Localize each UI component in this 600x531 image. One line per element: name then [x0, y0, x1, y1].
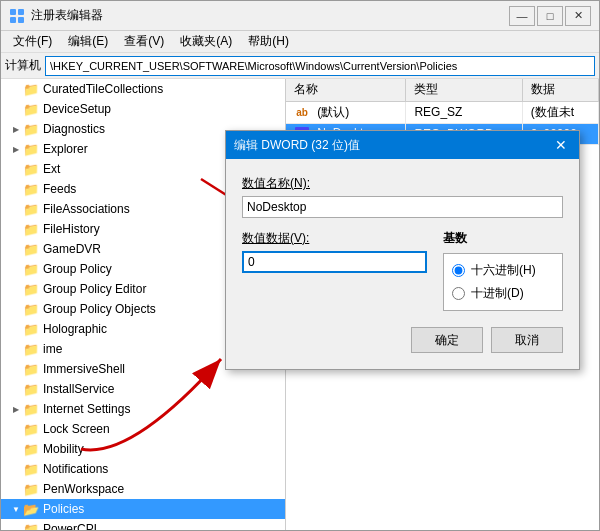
minimize-button[interactable]: — [509, 6, 535, 26]
radio-group: 十六进制(H) 十进制(D) [443, 253, 563, 311]
reg-name-cell: ab (默认) [286, 101, 406, 123]
col-type: 类型 [406, 79, 522, 101]
dialog-body: 数值名称(N): NoDesktop 数值数据(V): 基数 [226, 159, 579, 369]
reg-type-cell: REG_SZ [406, 101, 522, 123]
folder-icon: 📁 [23, 241, 39, 257]
folder-icon: 📁 [23, 281, 39, 297]
menubar: 文件(F) 编辑(E) 查看(V) 收藏夹(A) 帮助(H) [1, 31, 599, 53]
folder-icon: 📁 [23, 121, 39, 137]
dialog-row: 数值数据(V): 基数 十六进制(H) 十进制(D) [242, 230, 563, 311]
radio-hex[interactable]: 十六进制(H) [452, 262, 554, 279]
table-row[interactable]: ab (默认) REG_SZ (数值未t [286, 101, 599, 123]
cancel-button[interactable]: 取消 [491, 327, 563, 353]
folder-icon: 📁 [23, 181, 39, 197]
tree-item-installservice[interactable]: ▶ 📁 InstallService [1, 379, 285, 399]
menu-view[interactable]: 查看(V) [116, 31, 172, 52]
field-data-label: 数值数据(V): [242, 230, 427, 247]
app-icon [9, 8, 25, 24]
tree-item-curatedtile[interactable]: ▶ 📁 CuratedTileCollections [1, 79, 285, 99]
svg-rect-1 [18, 9, 24, 15]
reg-ab-icon: ab [294, 104, 310, 120]
titlebar: 注册表编辑器 — □ ✕ [1, 1, 599, 31]
tree-item-notifications[interactable]: ▶ 📁 Notifications [1, 459, 285, 479]
dialog-close-button[interactable]: ✕ [551, 135, 571, 155]
tree-item-mobility[interactable]: ▶ 📁 Mobility [1, 439, 285, 459]
folder-icon: 📁 [23, 221, 39, 237]
dialog-title: 编辑 DWORD (32 位)值 [234, 137, 360, 154]
tree-item-lockscreen[interactable]: ▶ 📁 Lock Screen [1, 419, 285, 439]
dialog-buttons: 确定 取消 [242, 327, 563, 353]
folder-icon: 📁 [23, 321, 39, 337]
radio-dec[interactable]: 十进制(D) [452, 285, 554, 302]
tree-toggle[interactable]: ▼ [9, 502, 23, 516]
radix-title: 基数 [443, 230, 563, 247]
maximize-button[interactable]: □ [537, 6, 563, 26]
addressbar-path[interactable]: \HKEY_CURRENT_USER\SOFTWARE\Microsoft\Wi… [45, 56, 595, 76]
folder-icon: 📁 [23, 261, 39, 277]
svg-rect-2 [10, 17, 16, 23]
folder-icon: 📁 [23, 81, 39, 97]
menu-edit[interactable]: 编辑(E) [60, 31, 116, 52]
folder-icon: 📁 [23, 461, 39, 477]
value-data-input[interactable] [242, 251, 427, 273]
folder-icon: 📁 [23, 401, 39, 417]
tree-toggle[interactable]: ▶ [9, 142, 23, 156]
folder-icon: 📁 [23, 161, 39, 177]
tree-item-devicesetup[interactable]: ▶ 📁 DeviceSetup [1, 99, 285, 119]
tree-toggle[interactable]: ▶ [9, 402, 23, 416]
folder-icon: 📁 [23, 481, 39, 497]
folder-icon: 📁 [23, 201, 39, 217]
edit-dword-dialog: 编辑 DWORD (32 位)值 ✕ 数值名称(N): NoDesktop 数值… [225, 130, 580, 370]
menu-favorites[interactable]: 收藏夹(A) [172, 31, 240, 52]
close-button[interactable]: ✕ [565, 6, 591, 26]
field-name-label: 数值名称(N): [242, 175, 563, 192]
folder-icon: 📂 [23, 501, 39, 517]
tree-item-powercpl[interactable]: ▶ 📁 PowerCPL [1, 519, 285, 530]
dialog-titlebar: 编辑 DWORD (32 位)值 ✕ [226, 131, 579, 159]
folder-icon: 📁 [23, 341, 39, 357]
titlebar-buttons: — □ ✕ [509, 6, 591, 26]
registry-editor-window: 注册表编辑器 — □ ✕ 文件(F) 编辑(E) 查看(V) 收藏夹(A) 帮助… [0, 0, 600, 531]
folder-icon: 📁 [23, 441, 39, 457]
folder-icon: 📁 [23, 301, 39, 317]
field-name-value: NoDesktop [242, 196, 563, 218]
svg-rect-0 [10, 9, 16, 15]
menu-help[interactable]: 帮助(H) [240, 31, 297, 52]
ok-button[interactable]: 确定 [411, 327, 483, 353]
tree-toggle[interactable]: ▶ [9, 122, 23, 136]
addressbar-label: 计算机 [5, 57, 41, 74]
folder-icon: 📁 [23, 381, 39, 397]
svg-rect-3 [18, 17, 24, 23]
addressbar: 计算机 \HKEY_CURRENT_USER\SOFTWARE\Microsof… [1, 53, 599, 79]
titlebar-left: 注册表编辑器 [9, 7, 103, 24]
folder-icon: 📁 [23, 421, 39, 437]
tree-item-internetsettings[interactable]: ▶ 📁 Internet Settings [1, 399, 285, 419]
folder-icon: 📁 [23, 141, 39, 157]
tree-item-penworkspace[interactable]: ▶ 📁 PenWorkspace [1, 479, 285, 499]
value-section: 数值数据(V): [242, 230, 427, 311]
col-data: 数据 [522, 79, 598, 101]
folder-icon: 📁 [23, 361, 39, 377]
window-title: 注册表编辑器 [31, 7, 103, 24]
folder-icon: 📁 [23, 521, 39, 530]
radix-section: 基数 十六进制(H) 十进制(D) [443, 230, 563, 311]
menu-file[interactable]: 文件(F) [5, 31, 60, 52]
tree-item-policies[interactable]: ▼ 📂 Policies [1, 499, 285, 519]
col-name: 名称 [286, 79, 406, 101]
folder-icon: 📁 [23, 101, 39, 117]
reg-data-cell: (数值未t [522, 101, 598, 123]
